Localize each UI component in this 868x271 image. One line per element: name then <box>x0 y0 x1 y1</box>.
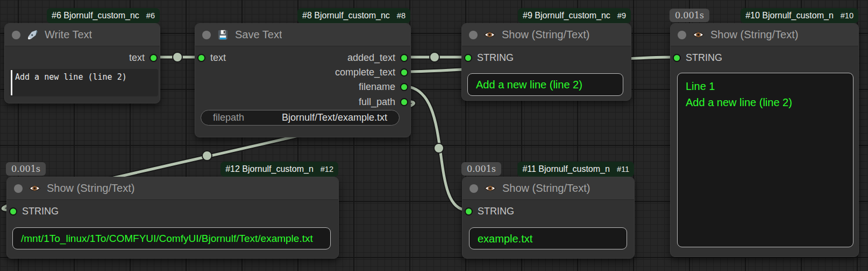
badge-node-id: #8 <box>397 11 405 20</box>
input-dot[interactable] <box>197 54 205 62</box>
text-widget-value[interactable]: Add a new line (line 2) <box>10 69 158 82</box>
badge-pack-name: #11 Bjornulf_custom_n <box>522 164 609 174</box>
node-badge: #10 Bjornulf_custom_n #10 <box>741 8 858 23</box>
output-label: added_text <box>347 52 395 64</box>
runtime-value: 0.001s <box>11 164 40 174</box>
input-port-string[interactable]: STRING <box>9 205 59 217</box>
node-badge: #8 Bjornulf_custom_nc #8 <box>297 8 410 23</box>
collapse-dot[interactable] <box>12 31 20 39</box>
collapse-dot[interactable] <box>469 184 478 193</box>
node-header[interactable]: Write Text <box>5 24 160 46</box>
input-dot[interactable] <box>465 207 473 216</box>
node-header[interactable]: Show (String/Text) <box>462 24 631 46</box>
string-display-line: Add a new line (line 2) <box>686 94 845 110</box>
eye-icon <box>484 182 496 194</box>
node-save-text[interactable]: #8 Bjornulf_custom_nc #8 Save Text text … <box>195 23 411 137</box>
collapse-dot[interactable] <box>678 31 686 39</box>
output-port-filename[interactable]: filename <box>359 81 408 93</box>
runtime-value: 0.001s <box>675 10 704 20</box>
input-label: STRING <box>477 52 514 64</box>
node-badge: #11 Bjornulf_custom_n #11 <box>517 162 634 177</box>
input-dot[interactable] <box>673 54 681 62</box>
string-display-line: Line 1 <box>686 78 845 94</box>
node-show-string-12[interactable]: 0.001s #12 Bjornulf_custom_n #12 Show (S… <box>6 177 339 259</box>
collapse-dot[interactable] <box>202 31 211 39</box>
collapse-dot[interactable] <box>14 184 23 193</box>
eye-icon <box>692 29 705 41</box>
node-header[interactable]: Show (String/Text) <box>671 24 858 46</box>
output-dot[interactable] <box>150 54 158 62</box>
output-dot[interactable] <box>400 98 408 106</box>
node-header[interactable]: Show (String/Text) <box>7 177 338 200</box>
node-badge: #9 Bjornulf_custom_nc #9 <box>518 8 631 23</box>
input-label: STRING <box>22 206 59 217</box>
string-display-box: /mnt/1To_linux/1To/COMFYUI/ComfyUI/Bjorn… <box>12 227 331 249</box>
input-port-string[interactable]: STRING <box>464 52 514 64</box>
input-label: STRING <box>478 206 514 217</box>
text-input-widget[interactable]: Add a new line (line 2) <box>10 69 158 96</box>
input-dot[interactable] <box>464 54 472 62</box>
output-port-full-path[interactable]: full_path <box>359 96 408 108</box>
node-title: Show (String/Text) <box>502 182 590 194</box>
input-port-text[interactable]: text <box>197 52 226 64</box>
node-title: Write Text <box>45 29 92 41</box>
input-label: text <box>210 52 226 64</box>
eye-icon <box>483 29 496 41</box>
badge-pack-name: #9 Bjornulf_custom_nc <box>523 11 610 20</box>
node-graph-canvas[interactable]: #6 Bjornulf_custom_nc #6 Write Text text… <box>0 0 868 271</box>
badge-pack-name: #10 Bjornulf_custom_n <box>745 11 834 20</box>
node-show-string-10[interactable]: 0.001s #10 Bjornulf_custom_n #10 Show (S… <box>670 23 859 257</box>
output-label: filename <box>359 81 395 93</box>
runtime-value: 0.001s <box>467 164 496 174</box>
string-display-value: Add a new line (line 2) <box>476 77 615 93</box>
badge-node-id: #6 <box>146 11 155 20</box>
string-display-value: /mnt/1To_linux/1To/COMFYUI/ComfyUI/Bjorn… <box>21 231 322 247</box>
pen-icon <box>26 29 39 41</box>
input-port-string[interactable]: STRING <box>465 205 514 217</box>
string-display-box: example.txt <box>469 227 627 249</box>
filepath-widget-label: filepath <box>213 112 244 123</box>
collapse-dot[interactable] <box>469 31 478 39</box>
output-label: full_path <box>359 96 395 108</box>
eye-icon <box>29 182 41 194</box>
node-show-string-11[interactable]: 0.001s #11 Bjornulf_custom_n #11 Show (S… <box>462 177 635 259</box>
badge-node-id: #12 <box>321 165 333 173</box>
string-display-box: Add a new line (line 2) <box>467 73 623 96</box>
node-badge: #12 Bjornulf_custom_n #12 <box>220 162 338 177</box>
text-cursor <box>11 70 12 95</box>
node-title: Show (String/Text) <box>47 182 134 194</box>
output-label: text <box>129 52 145 64</box>
node-badge: #6 Bjornulf_custom_nc #6 <box>47 8 160 23</box>
output-port-added-text[interactable]: added_text <box>347 52 408 64</box>
output-dot[interactable] <box>400 54 408 62</box>
node-title: Save Text <box>235 29 282 41</box>
filepath-widget-value[interactable]: Bjornulf/Text/example.txt <box>282 112 387 123</box>
runtime-badge: 0.001s <box>461 162 501 176</box>
badge-node-id: #11 <box>617 165 629 173</box>
output-port-complete-text[interactable]: complete_text <box>335 66 408 78</box>
input-dot[interactable] <box>9 207 17 216</box>
badge-pack-name: #12 Bjornulf_custom_n <box>225 164 314 174</box>
string-display-box: Line 1 Add a new line (line 2) <box>677 73 853 247</box>
filepath-widget[interactable]: filepath Bjornulf/Text/example.txt <box>201 110 400 126</box>
node-title: Show (String/Text) <box>502 29 589 41</box>
output-dot[interactable] <box>400 83 408 91</box>
node-header[interactable]: Show (String/Text) <box>463 177 634 200</box>
badge-pack-name: #6 Bjornulf_custom_nc <box>52 11 139 20</box>
badge-node-id: #10 <box>841 11 853 20</box>
string-display-value: example.txt <box>478 231 618 247</box>
runtime-badge: 0.001s <box>670 9 709 22</box>
output-label: complete_text <box>335 67 395 78</box>
node-show-string-9[interactable]: #9 Bjornulf_custom_nc #9 Show (String/Te… <box>461 23 631 101</box>
output-dot[interactable] <box>400 68 408 77</box>
output-port-text[interactable]: text <box>129 52 158 64</box>
node-write-text[interactable]: #6 Bjornulf_custom_nc #6 Write Text text… <box>4 23 160 103</box>
badge-node-id: #9 <box>617 11 626 20</box>
input-port-string[interactable]: STRING <box>673 52 722 64</box>
badge-pack-name: #8 Bjornulf_custom_nc <box>302 11 390 20</box>
node-title: Show (String/Text) <box>710 29 798 41</box>
input-label: STRING <box>686 52 722 64</box>
node-header[interactable]: Save Text <box>195 24 410 46</box>
floppy-icon <box>217 29 229 41</box>
runtime-badge: 0.001s <box>6 162 46 176</box>
